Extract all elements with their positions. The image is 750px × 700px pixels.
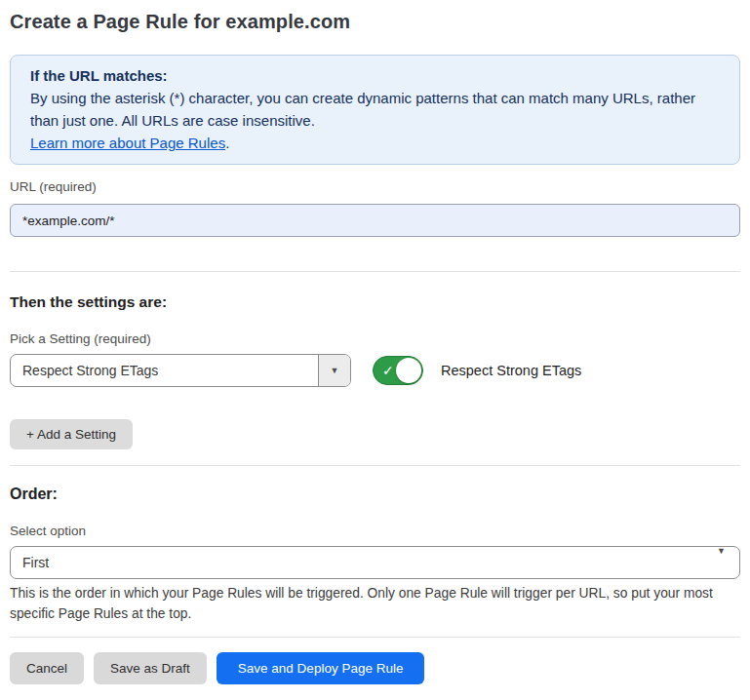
url-match-info-box: If the URL matches: By using the asteris… — [10, 55, 740, 165]
chevron-down-icon: ▼ — [717, 547, 726, 578]
setting-select-arrow-button[interactable]: ▼ — [318, 355, 350, 386]
add-setting-button[interactable]: + Add a Setting — [10, 419, 133, 449]
info-box-body: By using the asterisk (*) character, you… — [30, 87, 720, 132]
order-select-value: First — [11, 547, 717, 578]
footer-actions: Cancel Save as Draft Save and Deploy Pag… — [10, 652, 740, 684]
setting-row: Respect Strong ETags ▼ ✓ Respect Strong … — [10, 354, 740, 387]
settings-section-heading: Then the settings are: — [10, 293, 740, 311]
divider — [10, 271, 740, 272]
order-section-heading: Order: — [10, 485, 740, 503]
url-input[interactable] — [10, 204, 740, 237]
learn-more-link[interactable]: Learn more about Page Rules — [30, 135, 225, 151]
page-title: Create a Page Rule for example.com — [10, 10, 740, 33]
cancel-button[interactable]: Cancel — [10, 652, 84, 684]
pick-setting-label: Pick a Setting (required) — [10, 331, 740, 347]
url-label: URL (required) — [10, 179, 740, 195]
order-select-label: Select option — [10, 524, 740, 539]
divider — [10, 465, 740, 466]
order-help-text: This is the order in which your Page Rul… — [10, 583, 731, 624]
setting-select-value: Respect Strong ETags — [11, 355, 318, 386]
setting-select[interactable]: Respect Strong ETags ▼ — [10, 354, 351, 387]
chevron-down-icon: ▼ — [331, 367, 339, 375]
url-section: URL (required) — [10, 179, 740, 237]
order-select[interactable]: First ▼ — [10, 546, 740, 579]
save-deploy-button[interactable]: Save and Deploy Page Rule — [217, 652, 425, 684]
link-period: . — [225, 135, 229, 151]
divider — [10, 637, 740, 638]
toggle-knob — [396, 358, 421, 383]
info-box-heading: If the URL matches: — [30, 64, 720, 87]
info-box-link-line: Learn more about Page Rules. — [30, 132, 720, 154]
check-icon: ✓ — [382, 364, 394, 377]
save-draft-button[interactable]: Save as Draft — [94, 652, 207, 684]
setting-toggle[interactable]: ✓ — [373, 356, 423, 385]
setting-toggle-label: Respect Strong ETags — [441, 363, 581, 378]
